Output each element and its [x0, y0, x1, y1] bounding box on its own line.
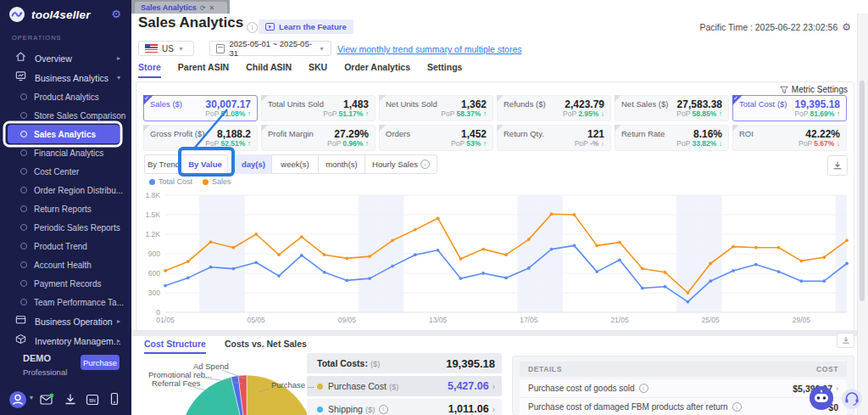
sidebar-item-return-reports[interactable]: Return Reports — [0, 199, 131, 218]
learn-the-feature-button[interactable]: Learn the Feature — [259, 20, 353, 34]
sidebar-item-business-operation[interactable]: Business Operation▸ — [0, 311, 131, 331]
sidebar-item-product-trend[interactable]: Product Trend — [0, 237, 131, 255]
data-point[interactable] — [687, 300, 690, 304]
sidebar-item-order-region-distribu[interactable]: Order Region Distribu... — [0, 181, 131, 199]
data-point[interactable] — [368, 255, 371, 258]
data-point[interactable] — [732, 245, 735, 249]
data-point[interactable] — [437, 249, 440, 252]
data-point[interactable] — [437, 216, 440, 220]
time-settings-gear-icon[interactable]: ⚙ — [842, 21, 851, 33]
data-point[interactable] — [664, 285, 667, 289]
download-app-icon[interactable] — [63, 392, 78, 407]
scrollbar-thumb[interactable] — [860, 81, 865, 301]
ai-assistant-icon[interactable] — [808, 384, 835, 412]
sidebar-item-team-performance-ta[interactable]: Team Performance Ta... — [0, 293, 131, 311]
legend-item-total-cost[interactable]: Total Cost — [149, 177, 192, 186]
metric-card-orders[interactable]: Orders1,452PoP 53% ↑ — [379, 125, 493, 151]
data-point[interactable] — [209, 240, 213, 244]
bn-badge-icon[interactable]: BN — [85, 392, 100, 407]
sidebar-item-sales-analytics[interactable]: Sales Analytics — [8, 125, 120, 143]
sidebar-item-financial-analytics[interactable]: Financial Analytics — [0, 143, 131, 162]
data-point[interactable] — [209, 266, 213, 269]
data-point[interactable] — [323, 253, 326, 256]
data-point[interactable] — [481, 248, 485, 251]
data-point[interactable] — [732, 269, 735, 272]
detail-row-purchase-cost-of-damaged-fbm-products-after-return[interactable]: Purchase cost of damaged FBM products af… — [520, 398, 847, 415]
data-point[interactable] — [845, 262, 849, 266]
cost-row-total-costs[interactable]: Total Costs:($)19,395.18 — [307, 353, 502, 373]
data-point[interactable] — [618, 258, 621, 261]
metric-card-roi[interactable]: ROI42.22%PoP 5.67% ↓ — [732, 125, 847, 151]
data-point[interactable] — [459, 277, 463, 280]
data-point[interactable] — [323, 271, 326, 274]
data-point[interactable] — [504, 253, 508, 256]
data-point[interactable] — [754, 246, 758, 250]
data-point[interactable] — [300, 254, 303, 257]
metric-card-refunds[interactable]: Refunds ($)2,423.79PoP 2.95% ↓ — [497, 95, 611, 121]
data-point[interactable] — [459, 257, 463, 261]
sidebar-item-business-analytics[interactable]: Business Analytics▾ — [0, 68, 131, 87]
mobile-phone-icon[interactable] — [107, 391, 122, 407]
metric-card-net-sales[interactable]: Net Sales ($)27,583.38PoP 58.85% ↑ — [615, 95, 729, 121]
trend-line-chart[interactable]: 03006009001.2K1.5K1.8K01/0505/0509/0513/… — [136, 188, 854, 328]
data-point[interactable] — [641, 287, 644, 290]
date-range-select[interactable]: 2025-05-01 ~ 2025-05-31 ▼ — [209, 41, 331, 56]
tab-sku[interactable]: SKU — [309, 62, 327, 78]
data-point[interactable] — [504, 277, 508, 280]
granularity-button-hourly-sales[interactable]: Hourly Salesi — [364, 154, 437, 174]
granularity-button-month-s[interactable]: month(s) — [318, 154, 365, 174]
sidebar-item-periodic-sales-reports[interactable]: Periodic Sales Reports — [0, 218, 131, 237]
metric-card-return-qty[interactable]: Return Qty.121PoP -% ↓ — [497, 125, 611, 151]
metric-settings-button[interactable]: Metric Settings — [780, 85, 848, 94]
metric-card-sales[interactable]: ✓Sales ($)30,007.17PoP 51.08% ↑ — [143, 95, 258, 121]
sidebar-item-inventory-managem[interactable]: Inventory Managem...▸ — [0, 331, 131, 351]
sidebar-item-cost-center[interactable]: Cost Center — [0, 162, 131, 181]
sidebar-item-product-analytics[interactable]: Product Analytics — [0, 87, 131, 106]
cost-download-button[interactable] — [837, 333, 854, 348]
data-point[interactable] — [709, 279, 712, 283]
support-headset-icon[interactable] — [841, 388, 863, 410]
metric-card-gross-profit[interactable]: Gross Profit ($)8,188.2PoP 52.51% ↑ — [143, 125, 258, 151]
browser-tab[interactable]: Sales Analytics ⟳ ✕ — [135, 2, 227, 14]
data-point[interactable] — [346, 279, 349, 283]
tab-store[interactable]: Store — [138, 62, 161, 78]
tab-child-asin[interactable]: Child ASIN — [246, 62, 292, 78]
data-point[interactable] — [822, 255, 826, 259]
data-point[interactable] — [164, 269, 167, 272]
data-point[interactable] — [232, 246, 236, 250]
data-point[interactable] — [254, 233, 258, 236]
data-point[interactable] — [391, 265, 394, 268]
data-point[interactable] — [277, 253, 281, 256]
data-point[interactable] — [573, 244, 576, 248]
monthly-trend-link[interactable]: View monthly trend summary of multiple s… — [337, 44, 521, 54]
tab-parent-asin[interactable]: Parent ASIN — [178, 62, 229, 78]
marketplace-select[interactable]: US ▼ — [138, 41, 194, 56]
mail-icon[interactable] — [39, 392, 54, 407]
tab-cost-structure[interactable]: Cost Structure — [144, 339, 206, 354]
brand-logo[interactable]: tool4seller — [8, 6, 91, 23]
chart-download-button[interactable] — [827, 155, 848, 176]
data-point[interactable] — [186, 260, 190, 263]
tab-settings[interactable]: Settings — [427, 62, 462, 78]
metric-card-profit-margin[interactable]: Profit Margin27.29%PoP 0.96% ↑ — [261, 125, 376, 151]
data-point[interactable] — [800, 279, 804, 283]
sidebar-item-account-health[interactable]: Account Health — [0, 255, 131, 274]
data-point[interactable] — [550, 248, 554, 251]
data-point[interactable] — [754, 263, 758, 266]
data-point[interactable] — [277, 274, 281, 278]
cost-row-purchase-cost[interactable]: Purchase Cost($)5,427.06› — [307, 376, 502, 396]
data-point[interactable] — [709, 262, 712, 266]
sidebar-gear-icon[interactable]: ⚙ — [111, 8, 121, 20]
data-point[interactable] — [550, 212, 554, 216]
granularity-button-week-s[interactable]: week(s) — [271, 154, 319, 174]
data-point[interactable] — [664, 271, 667, 274]
metric-card-total-units-sold[interactable]: Total Units Sold1,483PoP 51.17% ↑ — [261, 95, 376, 121]
data-point[interactable] — [164, 284, 167, 288]
data-point[interactable] — [300, 235, 303, 238]
detail-row-purchase-cost-of-goods-sold[interactable]: Purchase cost of goods soldi$5,396.97› — [520, 379, 847, 398]
data-point[interactable] — [777, 246, 781, 250]
data-point[interactable] — [368, 277, 371, 280]
cost-row-shipping[interactable]: Shipping($)i1,011.06› — [307, 399, 502, 415]
refresh-icon[interactable]: ⟳ — [200, 4, 206, 12]
legend-item-sales[interactable]: Sales — [203, 177, 231, 186]
